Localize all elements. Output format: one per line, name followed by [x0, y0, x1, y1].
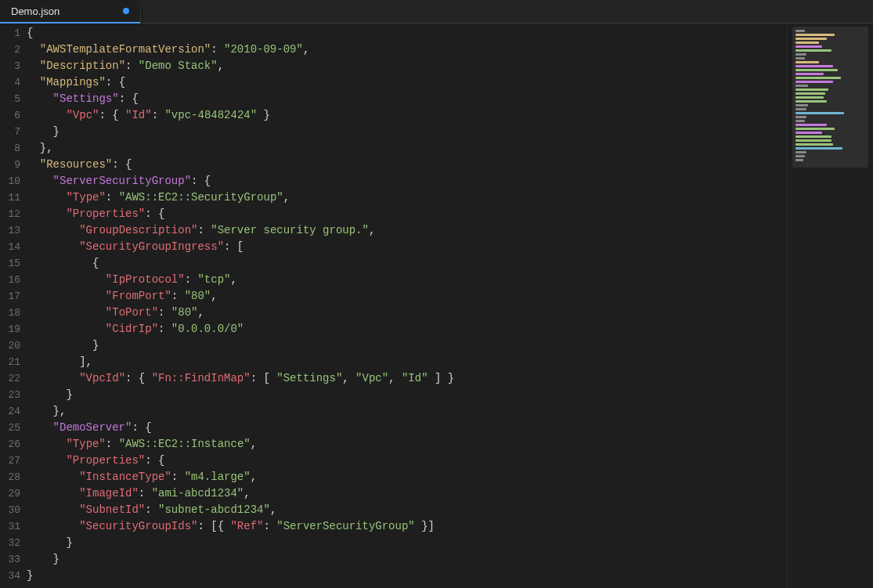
code-area[interactable]: { "AWSTemplateFormatVersion": "2010-09-0…	[27, 23, 787, 588]
code-line[interactable]: "SecurityGroupIngress": [	[27, 239, 787, 255]
code-line[interactable]: },	[27, 140, 787, 157]
line-number: 12	[0, 206, 20, 222]
code-line[interactable]: "Settings": {	[27, 91, 787, 107]
code-line[interactable]: "Vpc": { "Id": "vpc-48482424" }	[27, 107, 787, 124]
line-number: 3	[0, 58, 20, 74]
line-number: 33	[0, 551, 20, 568]
code-line[interactable]: "ToPort": "80",	[27, 305, 787, 321]
editor: 1234567891011121314151617181920212223242…	[0, 23, 873, 588]
line-number: 1	[0, 25, 20, 41]
code-line[interactable]: },	[27, 403, 787, 420]
minimap-viewport[interactable]	[792, 27, 868, 168]
code-line[interactable]: "Properties": {	[27, 206, 787, 222]
line-number: 2	[0, 41, 20, 58]
code-line[interactable]: "Type": "AWS::EC2::Instance",	[27, 436, 787, 453]
line-number: 23	[0, 387, 20, 403]
code-line[interactable]: "InstanceType": "m4.large",	[27, 469, 787, 485]
tab-demo-json[interactable]: Demo.json	[0, 0, 141, 23]
line-number: 31	[0, 518, 20, 535]
code-line[interactable]: "Type": "AWS::EC2::SecurityGroup",	[27, 189, 787, 206]
tab-title: Demo.json	[11, 5, 117, 17]
code-line[interactable]: "Resources": {	[27, 157, 787, 173]
line-number: 8	[0, 140, 20, 157]
code-line[interactable]: "SubnetId": "subnet-abcd1234",	[27, 502, 787, 518]
code-line[interactable]: }	[27, 535, 787, 551]
code-line[interactable]: "ServerSecurityGroup": {	[27, 173, 787, 189]
line-number: 15	[0, 255, 20, 272]
line-number: 7	[0, 124, 20, 140]
code-line[interactable]: "Mappings": {	[27, 74, 787, 91]
line-number: 18	[0, 305, 20, 321]
code-line[interactable]: ],	[27, 354, 787, 370]
line-number: 14	[0, 239, 20, 255]
line-number: 6	[0, 107, 20, 124]
code-line[interactable]: {	[27, 25, 787, 41]
line-number: 24	[0, 403, 20, 420]
code-line[interactable]: "ImageId": "ami-abcd1234",	[27, 485, 787, 502]
line-number: 34	[0, 568, 20, 584]
code-line[interactable]: }	[27, 551, 787, 568]
code-line[interactable]: }	[27, 337, 787, 354]
line-number: 20	[0, 337, 20, 354]
code-line[interactable]: }	[27, 568, 787, 584]
tab-bar: Demo.json	[0, 0, 873, 23]
code-line[interactable]: "Description": "Demo Stack",	[27, 58, 787, 74]
line-number: 5	[0, 91, 20, 107]
code-line[interactable]: }	[27, 387, 787, 403]
line-number: 13	[0, 222, 20, 239]
line-number: 32	[0, 535, 20, 551]
unsaved-indicator-icon	[123, 8, 129, 14]
line-number: 17	[0, 288, 20, 305]
line-number: 11	[0, 189, 20, 206]
line-number: 16	[0, 272, 20, 288]
code-line[interactable]: "IpProtocol": "tcp",	[27, 272, 787, 288]
code-line[interactable]: "FromPort": "80",	[27, 288, 787, 305]
line-number: 30	[0, 502, 20, 518]
code-line[interactable]: "GroupDescription": "Server security gro…	[27, 222, 787, 239]
code-line[interactable]: }	[27, 124, 787, 140]
line-number: 21	[0, 354, 20, 370]
code-line[interactable]: "SecurityGroupIds": [{ "Ref": "ServerSec…	[27, 518, 787, 535]
line-number: 22	[0, 370, 20, 387]
code-line[interactable]: {	[27, 255, 787, 272]
line-number-gutter: 1234567891011121314151617181920212223242…	[0, 23, 27, 588]
code-line[interactable]: "DemoServer": {	[27, 420, 787, 436]
line-number: 25	[0, 420, 20, 436]
line-number: 19	[0, 321, 20, 337]
line-number: 9	[0, 157, 20, 173]
line-number: 4	[0, 74, 20, 91]
minimap[interactable]	[787, 23, 873, 588]
line-number: 27	[0, 453, 20, 469]
code-line[interactable]: "VpcId": { "Fn::FindInMap": [ "Settings"…	[27, 370, 787, 387]
line-number: 29	[0, 485, 20, 502]
line-number: 10	[0, 173, 20, 189]
code-line[interactable]: "Properties": {	[27, 453, 787, 469]
code-line[interactable]: "AWSTemplateFormatVersion": "2010-09-09"…	[27, 41, 787, 58]
line-number: 26	[0, 436, 20, 453]
code-line[interactable]: "CidrIp": "0.0.0.0/0"	[27, 321, 787, 337]
line-number: 28	[0, 469, 20, 485]
